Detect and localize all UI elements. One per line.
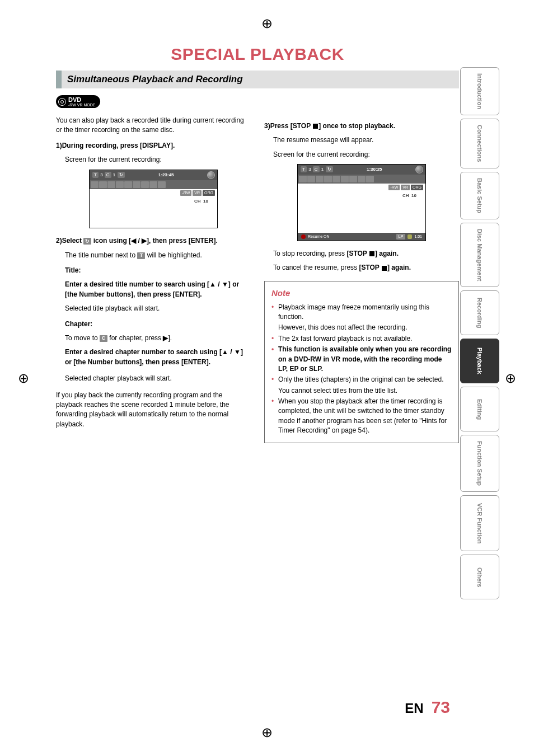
disc-icon <box>58 98 66 106</box>
note-box: Note Playback image may freeze momentari… <box>264 281 459 443</box>
page-footer: EN 73 <box>405 698 450 717</box>
step-1: 1)During recording, press [DISPLAY]. <box>56 141 251 151</box>
note-heading: Note <box>271 287 452 299</box>
chapter-move: To move to C for chapter, press ▶]. <box>65 334 251 343</box>
osd2-c-label: C <box>313 166 320 172</box>
osd2-tag-rw: -RW <box>388 185 400 190</box>
section-heading: Simultaneous Playback and Recording <box>56 71 459 88</box>
osd2-t-label: T <box>301 166 307 172</box>
title-instruction: Enter a desired title number to search u… <box>65 280 251 299</box>
tab-introduction[interactable]: Introduction <box>460 67 499 115</box>
footer-language: EN <box>405 701 423 716</box>
cancel-resume-line: To cancel the resume, press [STOP ] agai… <box>273 263 459 273</box>
badge-main: DVD <box>68 96 81 103</box>
step-3-note-1: The resume message will appear. <box>273 135 459 145</box>
page-title: SPECIAL PLAYBACK <box>56 45 459 64</box>
left-arrow-icon: ◀ <box>131 237 136 245</box>
osd2-resume: Resume ON <box>308 234 330 240</box>
osd2-tag-vr: VR <box>401 185 410 190</box>
step-2-note: The title number next to T will be highl… <box>65 251 251 260</box>
crop-mark-bottom: ⊕ <box>261 725 273 740</box>
osd1-repeat-icon: ↻ <box>118 172 125 178</box>
osd2-tag-org: ORG <box>411 185 423 190</box>
osd2-jog-icon <box>415 166 423 173</box>
note-item-1b: However, this does not affect the record… <box>271 323 452 332</box>
tab-basic-setup[interactable]: Basic Setup <box>460 172 499 219</box>
page-content: SPECIAL PLAYBACK Simultaneous Playback a… <box>56 45 459 443</box>
crop-mark-left: ⊕ <box>18 370 29 386</box>
stop-icon-2 <box>369 251 374 256</box>
down-arrow-icon-2: ▼ <box>234 348 241 356</box>
tab-function-setup[interactable]: Function Setup <box>460 435 499 492</box>
osd1-jog-icon <box>207 171 215 179</box>
dvd-rw-vr-badge: DVD -RW VR MODE <box>56 95 100 108</box>
tab-recording[interactable]: Recording <box>460 290 499 335</box>
record-dot-icon <box>301 234 306 239</box>
title-t-icon: T <box>137 252 145 259</box>
tab-vcr-function[interactable]: VCR Function <box>460 495 499 551</box>
right-arrow-icon: ▶ <box>142 237 147 245</box>
osd1-tag-vr: VR <box>193 190 202 196</box>
intro-text: You can also play back a recorded title … <box>56 116 251 135</box>
repeat-icon: ↻ <box>83 238 91 245</box>
title-result: Selected title playback will start. <box>65 304 251 313</box>
step-1-note: Screen for the current recording: <box>65 155 251 165</box>
osd2-repeat-icon: ↻ <box>326 166 333 172</box>
tab-others[interactable]: Others <box>460 555 499 599</box>
section-tabs: Introduction Connections Basic Setup Dis… <box>460 67 499 599</box>
step-2: 2)Select ↻ icon using [◀ / ▶], then pres… <box>56 236 251 246</box>
tab-connections[interactable]: Connections <box>460 119 499 168</box>
osd-screenshot-2: T 3 C 1 ↻ 1:30:25 -RW VR <box>297 164 426 241</box>
note-item-1: Playback image may freeze momentarily us… <box>271 303 452 322</box>
stop-icon-3 <box>382 266 387 271</box>
chapter-instruction: Enter a desired chapter number to search… <box>65 348 251 367</box>
note-item-5: When you stop the playback after the tim… <box>271 397 452 436</box>
chapter-c-icon: C <box>100 335 107 342</box>
tab-editing[interactable]: Editing <box>460 387 499 431</box>
footer-page-number: 73 <box>432 698 450 717</box>
osd1-t-label: T <box>92 172 99 178</box>
step-3-note-2: Screen for the current recording: <box>273 150 459 159</box>
playback-behavior-note: If you play back the currently recording… <box>56 391 251 430</box>
stop-recording-line: To stop recording, press [STOP ] again. <box>273 249 459 259</box>
note-item-4: Only the titles (chapters) in the origin… <box>271 375 452 384</box>
osd1-icon-row <box>90 180 217 189</box>
note-item-3: This function is available only when you… <box>271 345 452 374</box>
osd2-remain: 1:01 <box>414 234 422 240</box>
chapter-result: Selected chapter playback will start. <box>65 374 251 383</box>
down-arrow-icon: ▼ <box>222 280 228 288</box>
stop-icon <box>313 124 318 129</box>
up-arrow-icon: ▲ <box>209 280 216 288</box>
note-item-2: The 2x fast forward playback is not avai… <box>271 334 452 344</box>
osd2-disc-indicator-icon <box>407 234 412 239</box>
crop-mark-top: ⊕ <box>261 16 273 31</box>
osd1-c-label: C <box>105 172 111 178</box>
osd1-tag-rw: -RW <box>180 190 191 196</box>
osd2-mode: LP <box>396 234 406 240</box>
tab-playback[interactable]: Playback <box>460 339 499 383</box>
osd-screenshot-1: T 3 C 1 ↻ 1:23:45 -RW VR <box>89 170 218 229</box>
title-label: Title: <box>65 266 251 275</box>
up-arrow-icon-2: ▲ <box>222 348 228 356</box>
osd1-elapsed-time: 1:23:45 <box>154 172 179 179</box>
chapter-label: Chapter: <box>65 320 251 329</box>
note-item-4b: You cannot select titles from the title … <box>271 386 452 396</box>
osd1-tag-org: ORG <box>203 190 215 196</box>
osd2-icon-row <box>298 175 425 184</box>
tab-disc-management[interactable]: Disc Management <box>460 223 499 288</box>
right-column: 3)Press [STOP ] once to stop playback. T… <box>264 116 459 443</box>
crop-mark-right: ⊕ <box>505 370 516 386</box>
osd2-elapsed-time: 1:30:25 <box>362 166 387 173</box>
step-3: 3)Press [STOP ] once to stop playback. <box>264 121 459 131</box>
left-column: You can also play back a recorded title … <box>56 116 251 443</box>
